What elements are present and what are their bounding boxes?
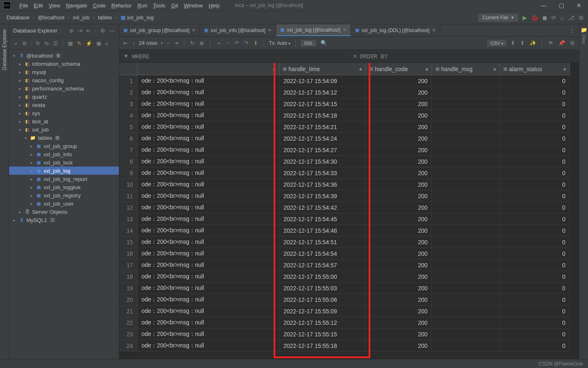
cell-handle-time[interactable]: 2022-12-17 15:54:48 bbox=[279, 225, 366, 236]
row-number[interactable]: 8 bbox=[119, 156, 137, 167]
menu-navigate[interactable]: Navigate bbox=[63, 2, 90, 9]
cell-handle-code[interactable]: 200 bbox=[366, 340, 432, 352]
cell-handle-code[interactable]: 200 bbox=[366, 306, 432, 317]
editor-tab-2[interactable]: ▦xxl_job_log [@localhost]✕ bbox=[276, 24, 351, 36]
tree-table-xxl_job_info[interactable]: ▸▦xxl_job_info bbox=[9, 150, 119, 158]
refresh-icon[interactable]: ↻ bbox=[36, 40, 40, 46]
editor-tab-1[interactable]: ▦xxl_job_info [@localhost]✕ bbox=[200, 24, 276, 36]
cell-handle-msg[interactable] bbox=[432, 225, 500, 236]
cell-handle-code[interactable]: 200 bbox=[366, 202, 432, 213]
filter-icon[interactable]: ▼ bbox=[123, 53, 129, 59]
cell-handle-code[interactable]: 200 bbox=[366, 87, 432, 98]
row-number[interactable]: 1 bbox=[119, 75, 137, 87]
menu-view[interactable]: View bbox=[46, 2, 63, 9]
row-number[interactable]: 23 bbox=[119, 329, 137, 340]
tree-tables-folder[interactable]: ▾📁tables8 bbox=[9, 134, 119, 142]
cell-handle-code[interactable]: 200 bbox=[366, 317, 432, 329]
cell-alarm-status[interactable]: 0 bbox=[500, 190, 570, 202]
cell-handle-msg[interactable] bbox=[432, 133, 500, 144]
cell-alarm-status[interactable]: 0 bbox=[500, 306, 570, 317]
tree-schema-quartz[interactable]: ▸◧quartz bbox=[9, 93, 119, 101]
add-row-button[interactable]: ＋ bbox=[215, 39, 222, 48]
cell-handle-time[interactable]: 2022-12-17 15:54:15 bbox=[279, 98, 366, 110]
tree-table-xxl_job_logglue[interactable]: ▸▦xxl_job_logglue bbox=[9, 183, 119, 191]
breadcrumb-0[interactable]: Database bbox=[4, 14, 32, 21]
cell-handle-msg[interactable] bbox=[432, 248, 500, 259]
cell-handle-msg[interactable] bbox=[432, 271, 500, 282]
tree-connection-mysql1[interactable]: ▸🛢MySQL17 bbox=[9, 216, 119, 224]
table-view-icon[interactable]: ▦ bbox=[68, 40, 73, 46]
collapse-icon[interactable]: ⇤ bbox=[86, 28, 91, 34]
tree-schema-mysql[interactable]: ▸◧mysql bbox=[9, 68, 119, 76]
cell-msg[interactable]: ode：200<br>msg：null bbox=[137, 167, 279, 179]
first-page-button[interactable]: ⇤ bbox=[123, 39, 129, 47]
cell-handle-code[interactable]: 200 bbox=[366, 110, 432, 121]
breadcrumb-1[interactable]: @localhost bbox=[35, 14, 67, 21]
row-number[interactable]: 18 bbox=[119, 271, 137, 282]
cell-handle-code[interactable]: 200 bbox=[366, 190, 432, 202]
cell-handle-time[interactable]: 2022-12-17 15:55:09 bbox=[279, 306, 366, 317]
menu-refactor[interactable]: Refactor bbox=[109, 2, 135, 9]
menu-help[interactable]: Help bbox=[206, 2, 223, 9]
tree-schema-test_at[interactable]: ▸◧test_at bbox=[9, 117, 119, 125]
row-number[interactable]: 24 bbox=[119, 340, 137, 352]
breadcrumb-2[interactable]: xxl_job bbox=[70, 14, 92, 21]
maximize-button[interactable]: ▢ bbox=[559, 2, 564, 9]
update-button[interactable]: ⟳ bbox=[551, 14, 556, 21]
cell-handle-time[interactable]: 2022-12-17 15:55:03 bbox=[279, 282, 366, 294]
row-number[interactable]: 22 bbox=[119, 317, 137, 329]
light-icon[interactable]: ✨ bbox=[529, 39, 537, 47]
menu-code[interactable]: Code bbox=[90, 2, 109, 9]
cell-handle-msg[interactable] bbox=[432, 98, 500, 110]
cell-alarm-status[interactable]: 0 bbox=[500, 121, 570, 133]
cell-alarm-status[interactable]: 0 bbox=[500, 179, 570, 190]
tree-connection-localhost[interactable]: ▾🛢@localhost9 bbox=[9, 51, 119, 60]
cell-alarm-status[interactable]: 0 bbox=[500, 236, 570, 248]
search-icon[interactable]: 🔍 bbox=[320, 39, 328, 47]
cell-handle-code[interactable]: 200 bbox=[366, 98, 432, 110]
next-page-button[interactable]: › bbox=[166, 39, 170, 47]
column-header-handle-time[interactable]: ▦handle_time◆ bbox=[279, 63, 366, 75]
run-config-selector[interactable]: Current File▼ bbox=[478, 14, 518, 22]
cell-handle-time[interactable]: 2022-12-17 15:54:36 bbox=[279, 179, 366, 190]
editor-tab-3[interactable]: ▦xxl_job_log (DDL) [@localhost]✕ bbox=[351, 24, 440, 36]
cell-alarm-status[interactable]: 0 bbox=[500, 259, 570, 271]
cell-handle-time[interactable]: 2022-12-17 15:54:54 bbox=[279, 248, 366, 259]
cell-alarm-status[interactable]: 0 bbox=[500, 156, 570, 167]
cell-handle-code[interactable]: 200 bbox=[366, 225, 432, 236]
column-header-handle-code[interactable]: ▦handle_code◆ bbox=[366, 63, 432, 75]
cell-handle-msg[interactable] bbox=[432, 259, 500, 271]
cell-handle-msg[interactable] bbox=[432, 144, 500, 156]
search-everywhere-button[interactable]: ⌕ bbox=[560, 14, 564, 21]
row-number[interactable]: 14 bbox=[119, 225, 137, 236]
debug-button[interactable]: 🐞 bbox=[531, 14, 538, 21]
cell-msg[interactable]: ode：200<br>msg：null bbox=[137, 179, 279, 190]
editor-tab-0[interactable]: ▦xxl_job_group [@localhost]✕ bbox=[119, 24, 200, 36]
cell-handle-time[interactable]: 2022-12-17 15:54:57 bbox=[279, 259, 366, 271]
cell-handle-code[interactable]: 200 bbox=[366, 213, 432, 225]
cell-alarm-status[interactable]: 0 bbox=[500, 75, 570, 87]
cell-handle-msg[interactable] bbox=[432, 213, 500, 225]
new-icon[interactable]: ＋ bbox=[13, 40, 19, 47]
cell-msg[interactable]: ode：200<br>msg：null bbox=[137, 294, 279, 306]
cell-msg[interactable]: ode：200<br>msg：null bbox=[137, 110, 279, 121]
menu-run[interactable]: Run bbox=[135, 2, 150, 9]
cell-handle-code[interactable]: 200 bbox=[366, 282, 432, 294]
stop-button[interactable]: ◼ bbox=[542, 14, 547, 21]
row-number[interactable]: 16 bbox=[119, 248, 137, 259]
row-number[interactable]: 20 bbox=[119, 294, 137, 306]
cell-handle-code[interactable]: 200 bbox=[366, 329, 432, 340]
tree-table-xxl_job_log_report[interactable]: ▸▦xxl_job_log_report bbox=[9, 175, 119, 183]
cell-handle-code[interactable]: 200 bbox=[366, 259, 432, 271]
row-number[interactable]: 6 bbox=[119, 133, 137, 144]
close-tab-icon[interactable]: ✕ bbox=[268, 28, 272, 33]
cell-handle-msg[interactable] bbox=[432, 121, 500, 133]
cell-msg[interactable]: ode：200<br>msg：null bbox=[137, 213, 279, 225]
git-button[interactable]: ⎇ bbox=[568, 14, 574, 21]
menu-window[interactable]: Window bbox=[181, 2, 206, 9]
close-window-button[interactable]: ✕ bbox=[576, 2, 581, 9]
column-header-msg[interactable]: ◆ bbox=[137, 63, 279, 75]
close-tab-icon[interactable]: ✕ bbox=[192, 28, 195, 33]
cell-msg[interactable]: ode：200<br>msg：null bbox=[137, 259, 279, 271]
submit-button[interactable]: ⬆ bbox=[253, 39, 259, 47]
